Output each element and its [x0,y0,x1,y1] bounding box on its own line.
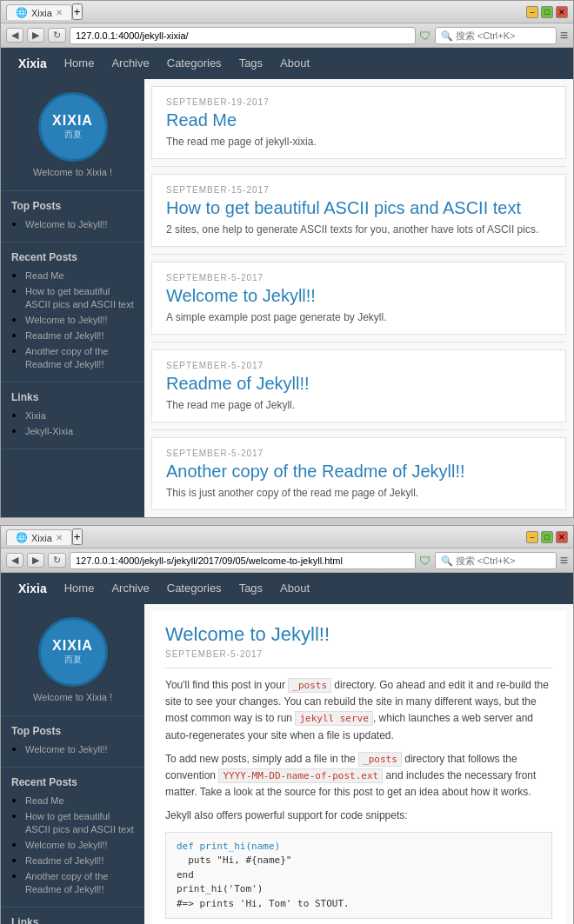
refresh-button-2[interactable]: ↻ [48,553,66,568]
top-post-link-2-0[interactable]: Welcome to Jekyll!! [25,744,108,754]
sidebar-recent-posts-2: Recent Posts Read Me How to get beautifu… [1,768,144,907]
sidebar-logo-1: XIXIA 西夏 Welcome to Xixia ! [1,79,144,191]
code-inline-convention: YYYY-MM-DD-name-of-post.ext [218,768,383,783]
list-item: Readme of Jekyll!! [25,854,134,867]
sidebar-1: XIXIA 西夏 Welcome to Xixia ! Top Posts We… [1,79,144,517]
sidebar-links-2: Links Xixia Jekyll-Xixia [1,907,144,924]
nav-archive-1[interactable]: Archive [103,48,157,79]
recent-post-link-2-1[interactable]: How to get beautiful ASCII pics and ASCI… [25,811,134,834]
close-btn-1[interactable]: ✕ [556,6,568,18]
code-inline-posts: _posts [288,678,331,693]
list-item: Readme of Jekyll!! [25,329,134,342]
link-jekyll-xixia-1[interactable]: Jekyll-Xixia [25,426,73,436]
nav-home-1[interactable]: Home [56,48,103,79]
address-bar-2[interactable]: 127.0.0.1:4000/jekyll-s/jekyll/2017/09/0… [70,552,416,569]
titlebar-2: 🌐 Xixia ✕ + – □ ✕ [1,526,573,548]
menu-icon-2[interactable]: ≡ [560,553,568,568]
nav-about-1[interactable]: About [271,48,318,79]
top-posts-title-2: Top Posts [11,725,134,737]
post-title-2: Welcome to Jekyll!! [166,286,551,306]
new-tab-button-2[interactable]: + [72,528,83,545]
recent-post-link-1-2[interactable]: Welcome to Jekyll!! [25,315,108,325]
window-controls-2: – □ ✕ [526,531,568,543]
nav-tags-2[interactable]: Tags [230,573,271,604]
post-title-link-3[interactable]: Readme of Jekyll!! [166,374,310,393]
sidebar-logo-2: XIXIA 西夏 Welcome to Xixia ! [1,604,144,716]
browser-tab-2[interactable]: 🌐 Xixia ✕ [6,529,72,545]
menu-icon-1[interactable]: ≡ [560,28,568,43]
post-title-link-2[interactable]: Welcome to Jekyll!! [166,286,316,305]
recent-post-link-1-0[interactable]: Read Me [25,270,64,281]
recent-post-link-2-4[interactable]: Another copy of the Readme of Jekyll!! [25,871,108,894]
tab-title-1: Xixia [31,8,52,18]
new-tab-button-1[interactable]: + [72,3,83,20]
list-item: Read Me [25,269,134,282]
post-title-0: Read Me [166,110,551,130]
post-title-1: How to get beautiful ASCII pics and ASCI… [166,198,551,218]
single-post: Welcome to Jekyll!! SEPTEMBER-5-2017 You… [151,611,566,924]
tab-close-2[interactable]: ✕ [56,533,63,542]
recent-posts-list-2: Read Me How to get beautiful ASCII pics … [11,794,134,895]
code-line-4: #=> prints 'Hi, Tom' to STOUT. [177,898,350,909]
minimize-btn-1[interactable]: – [526,6,538,18]
recent-posts-title-2: Recent Posts [11,776,134,788]
post-title-4: Another copy of the Readme of Jekyll!! [166,462,551,482]
recent-post-link-1-4[interactable]: Another copy of the Readme of Jekyll!! [25,346,108,369]
main-content-1: SEPTEMBER-19-2017 Read Me The read me pa… [144,79,573,517]
recent-post-link-2-2[interactable]: Welcome to Jekyll!! [25,840,108,850]
recent-post-link-2-0[interactable]: Read Me [25,795,64,806]
sidebar-2: XIXIA 西夏 Welcome to Xixia ! Top Posts We… [1,604,144,924]
top-post-link-1-0[interactable]: Welcome to Jekyll!! [25,219,108,229]
maximize-btn-1[interactable]: □ [541,6,553,18]
forward-button-2[interactable]: ▶ [27,553,44,568]
nav-home-2[interactable]: Home [56,573,103,604]
link-xixia-1[interactable]: Xixia [25,410,46,421]
recent-post-link-2-3[interactable]: Readme of Jekyll!! [25,855,103,866]
nav-categories-1[interactable]: Categories [158,48,230,79]
minimize-btn-2[interactable]: – [526,531,538,543]
address-bar-1[interactable]: 127.0.0.1:4000/jekyll-xixia/ [70,27,416,44]
recent-post-link-1-1[interactable]: How to get beautiful ASCII pics and ASCI… [25,286,134,309]
tab-title-2: Xixia [31,533,52,543]
top-posts-title-1: Top Posts [11,200,134,212]
tab-close-1[interactable]: ✕ [56,8,63,17]
post-divider-1 [151,254,566,255]
sidebar-links-1: Links Xixia Jekyll-Xixia [1,382,144,449]
browser-tab-1[interactable]: 🌐 Xixia ✕ [6,4,72,20]
post-title-link-0[interactable]: Read Me [166,110,237,130]
refresh-button-1[interactable]: ↻ [48,28,66,43]
logo-main-text-2: XIXIA [52,638,93,654]
single-post-title: Welcome to Jekyll!! [165,623,552,646]
nav-categories-2[interactable]: Categories [158,573,230,604]
tab-icon-1: 🌐 [16,7,28,18]
post-date-0: SEPTEMBER-19-2017 [166,97,551,107]
post-excerpt-0: The read me page of jekyll-xixia. [166,136,551,148]
search-bar-2[interactable] [435,552,557,569]
nav-tags-1[interactable]: Tags [230,48,271,79]
forward-button-1[interactable]: ▶ [27,28,44,43]
nav-brand-1[interactable]: Xixia [10,48,56,79]
tab-icon-2: 🌐 [16,532,28,543]
post-title-link-1[interactable]: How to get beautiful ASCII pics and ASCI… [166,198,521,217]
post-excerpt-2: A simple example post page generate by J… [166,311,551,323]
recent-post-link-1-3[interactable]: Readme of Jekyll!! [25,330,103,341]
maximize-btn-2[interactable]: □ [541,531,553,543]
back-button-2[interactable]: ◀ [6,553,23,568]
sidebar-recent-posts-1: Recent Posts Read Me How to get beautifu… [1,243,144,382]
nav-archive-2[interactable]: Archive [103,573,157,604]
nav-about-2[interactable]: About [271,573,318,604]
close-btn-2[interactable]: ✕ [556,531,568,543]
back-button-1[interactable]: ◀ [6,28,23,43]
search-bar-1[interactable] [435,27,557,44]
post-date-1: SEPTEMBER-15-2017 [166,185,551,195]
logo-circle-2: XIXIA 西夏 [38,617,108,687]
post-divider-3 [151,429,566,430]
post-paragraph-1: To add new posts, simply add a file in t… [165,751,552,801]
post-date-3: SEPTEMBER-5-2017 [166,361,551,370]
nav-brand-2[interactable]: Xixia [10,573,56,604]
list-item: Welcome to Jekyll!! [25,313,134,326]
links-title-2: Links [11,916,134,924]
list-item: Welcome to Jekyll!! [25,838,134,851]
post-title-link-4[interactable]: Another copy of the Readme of Jekyll!! [166,462,465,481]
list-item: Xixia [25,409,134,422]
